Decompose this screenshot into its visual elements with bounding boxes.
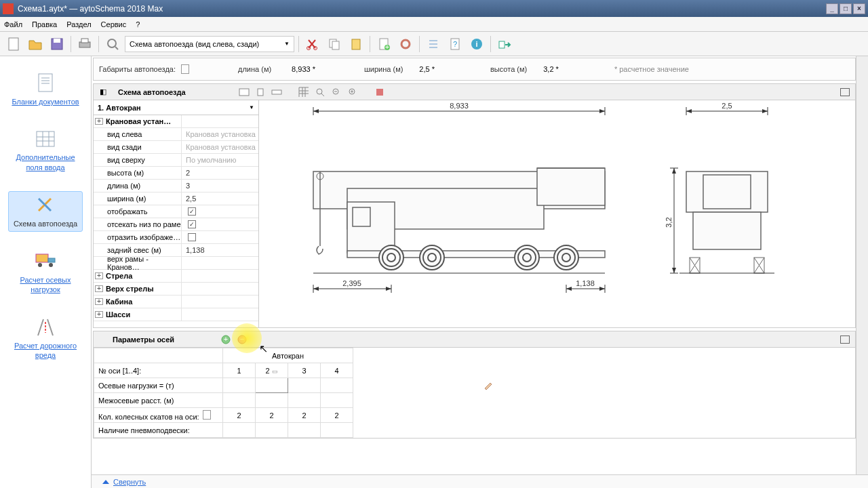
new-doc-button[interactable] — [4, 35, 23, 54]
svg-rect-52 — [376, 89, 383, 96]
svg-rect-13 — [352, 39, 360, 49]
color-button[interactable] — [373, 86, 387, 98]
doc-type-dropdown[interactable]: Схема автопоезда (вид слева, сзади) ▼ — [125, 36, 294, 52]
menu-section[interactable]: Раздел — [66, 20, 91, 28]
maximize-button[interactable]: □ — [840, 3, 852, 14]
menu-file[interactable]: Файл — [4, 20, 22, 28]
vertical-scrollbar[interactable] — [856, 56, 868, 488]
cut-button[interactable] — [303, 35, 322, 54]
info-button[interactable]: i — [467, 35, 486, 54]
zoom-fit-button[interactable] — [313, 86, 327, 98]
nav-road-damage[interactable]: Расчет дорожного вреда — [8, 314, 83, 363]
doc-type-icon[interactable] — [103, 35, 122, 54]
menu-help[interactable]: ? — [136, 20, 140, 28]
remove-axle-button[interactable]: − — [235, 333, 249, 346]
svg-text:+: + — [385, 43, 389, 51]
svg-marker-56 — [313, 109, 319, 113]
property-row[interactable]: +Кабина — [94, 296, 258, 308]
schema-panel-header: ◧ Схема автопоезда — [94, 84, 855, 100]
minimize-button[interactable]: _ — [826, 3, 838, 14]
svg-text:+: + — [224, 335, 228, 343]
save-button[interactable] — [47, 35, 66, 54]
chevron-down-icon: ▼ — [284, 41, 290, 47]
property-row[interactable]: отсекать низ по раме✓ — [94, 218, 258, 231]
collapse-bar[interactable]: Свернуть — [92, 474, 868, 488]
chevron-down-icon: ▼ — [249, 104, 254, 110]
export-button[interactable] — [495, 35, 514, 54]
svg-rect-0 — [9, 38, 18, 50]
schema-panel: ◧ Схема автопоезда 1. Автокра — [93, 83, 856, 328]
property-row[interactable]: отразить изображе… — [94, 231, 258, 244]
property-row[interactable]: +Крановая устан… — [94, 115, 258, 128]
property-row[interactable]: вид слеваКрановая установка — [94, 128, 258, 141]
open-button[interactable] — [26, 35, 45, 54]
menu-bar: Файл Правка Раздел Сервис ? — [0, 17, 868, 32]
expand-icon[interactable]: + — [95, 285, 103, 292]
property-row[interactable]: вид сверхуПо умолчанию — [94, 154, 258, 167]
property-row[interactable]: +Шасси — [94, 308, 258, 321]
title-bar: Схема1.aytx* — aytoSchema 2018 Max _ □ × — [0, 0, 868, 17]
svg-rect-38 — [48, 258, 55, 262]
property-row[interactable]: верх рамы - Кранов… — [94, 257, 258, 270]
panel-maximize-button[interactable] — [840, 336, 850, 344]
dimensions-bar: Габариты автопоезда: длина (м) 8,933 * ш… — [93, 58, 856, 81]
svg-rect-44 — [272, 90, 281, 94]
zoom-out-button[interactable] — [330, 86, 343, 98]
svg-marker-97 — [762, 109, 768, 113]
grid-button[interactable] — [297, 86, 311, 98]
drawing-canvas[interactable]: 8,933 — [259, 100, 855, 327]
zoom-in-button[interactable] — [346, 86, 359, 98]
property-row[interactable]: отображать✓ — [94, 205, 258, 218]
row-axle-no: № оси [1..4]: 1 2 ▭ 3 4 — [94, 363, 625, 378]
edit-icon[interactable] — [484, 380, 494, 390]
vehicle-selector[interactable]: 1. Автокран ▼ — [94, 100, 258, 115]
print-button[interactable] — [75, 35, 94, 54]
nav-axle-calc[interactable]: Расчет осевых нагрузок — [8, 248, 83, 298]
property-row[interactable]: ширина (м)2,5 — [94, 192, 258, 205]
main-toolbar: Схема автопоезда (вид слева, сзади) ▼ + … — [0, 32, 868, 56]
property-row[interactable]: длина (м)3 — [94, 180, 258, 192]
triangle-up-icon — [102, 480, 109, 484]
axle-load-input[interactable] — [256, 378, 288, 393]
help-page-button[interactable]: ? — [446, 35, 465, 54]
svg-rect-30 — [37, 131, 54, 146]
settings-button[interactable] — [396, 35, 415, 54]
menu-edit[interactable]: Правка — [32, 20, 57, 28]
tools-icon — [33, 195, 58, 216]
expand-tree-icon[interactable]: ◧ — [96, 86, 110, 98]
svg-line-46 — [321, 94, 324, 96]
list-button[interactable] — [424, 35, 443, 54]
svg-rect-101 — [693, 212, 761, 249]
svg-rect-61 — [537, 168, 605, 205]
svg-rect-64 — [353, 207, 370, 226]
panel-maximize-button[interactable] — [840, 88, 850, 96]
page-icon[interactable] — [203, 410, 211, 420]
svg-rect-42 — [239, 89, 249, 96]
add-page-button[interactable]: + — [374, 35, 393, 54]
view-side-button[interactable] — [237, 86, 251, 98]
copy-button[interactable] — [325, 35, 344, 54]
expand-icon[interactable]: + — [95, 272, 103, 279]
expand-icon[interactable]: + — [95, 118, 103, 125]
paste-button[interactable] — [347, 35, 366, 54]
page-icon[interactable] — [181, 64, 189, 74]
add-axle-button[interactable]: + — [219, 333, 233, 346]
property-row[interactable]: вид сзадиКрановая установка — [94, 141, 258, 154]
nav-blanks[interactable]: Бланки документов — [8, 70, 83, 109]
property-row[interactable]: +Верх стрелы — [94, 283, 258, 296]
view-rear-button[interactable] — [254, 86, 267, 98]
expand-icon[interactable]: + — [95, 298, 103, 305]
svg-point-39 — [38, 263, 42, 267]
svg-point-45 — [317, 89, 322, 94]
expand-icon[interactable]: + — [95, 311, 103, 318]
view-top-button[interactable] — [270, 86, 283, 98]
truck-load-icon — [33, 251, 58, 272]
row-pneumo: Наличие пневмоподвески: — [94, 423, 625, 438]
nav-schema[interactable]: Схема автопоезда — [8, 191, 83, 232]
table-icon — [33, 128, 58, 150]
close-button[interactable]: × — [853, 3, 865, 14]
menu-service[interactable]: Сервис — [101, 20, 127, 28]
property-row[interactable]: высота (м)2 — [94, 167, 258, 180]
nav-extra-fields[interactable]: Дополнительные поля ввода — [8, 125, 83, 175]
property-row[interactable]: +Стрела — [94, 270, 258, 283]
